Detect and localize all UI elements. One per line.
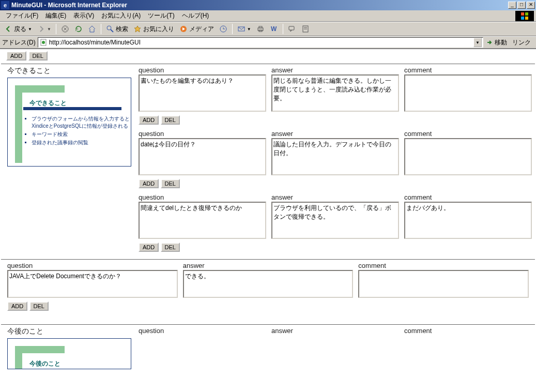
question-textarea[interactable] <box>139 138 266 175</box>
discuss-button[interactable] <box>286 24 298 34</box>
add-button[interactable]: ADD <box>139 243 159 252</box>
minimize-button[interactable]: _ <box>508 2 516 9</box>
answer-label: answer <box>271 130 399 138</box>
favorites-label: お気に入り <box>143 25 174 34</box>
answer-label: answer <box>271 193 399 201</box>
section-title: 今後のこと <box>7 327 132 336</box>
list-item: キーワード検索 <box>32 131 131 138</box>
qac-row: question answer comment <box>139 66 532 113</box>
answer-label: answer <box>183 262 354 269</box>
list-item: 登録された議事録の閲覧 <box>32 139 131 146</box>
links-button[interactable]: リンク <box>509 38 534 47</box>
url-text: http://localhost/minute/MinuteGUI <box>49 39 141 46</box>
menu-view[interactable]: 表示(V) <box>70 10 98 21</box>
del-button[interactable]: DEL <box>29 301 49 311</box>
svg-rect-13 <box>259 26 262 28</box>
media-button[interactable]: メディア <box>177 24 216 35</box>
back-label: 戻る <box>14 25 26 34</box>
edit-button[interactable]: W <box>268 24 280 34</box>
add-button[interactable]: ADD <box>6 51 26 61</box>
favorites-button[interactable]: お気に入り <box>131 24 176 35</box>
close-button[interactable]: ✕ <box>527 2 535 9</box>
maximize-button[interactable]: □ <box>517 2 526 9</box>
home-button[interactable] <box>86 24 98 34</box>
separator <box>101 24 101 34</box>
answer-textarea[interactable] <box>271 138 399 175</box>
comment-label: comment <box>404 130 532 138</box>
toolbar: 戻る ▼ ▼ 検索 お気に入り メディア ▼ W <box>0 22 536 36</box>
forward-button[interactable]: ▼ <box>35 24 53 34</box>
comment-label: comment <box>404 327 532 335</box>
addressbar: アドレス(D) http://localhost/minute/MinuteGU… <box>0 36 536 49</box>
search-button[interactable]: 検索 <box>104 24 130 35</box>
add-button[interactable]: ADD <box>7 301 27 311</box>
separator <box>56 24 56 34</box>
question-textarea[interactable] <box>139 202 266 239</box>
question-label: question <box>139 66 266 74</box>
page-icon <box>39 38 48 47</box>
comment-textarea[interactable] <box>358 270 529 298</box>
ie-icon: e <box>1 1 9 9</box>
add-button[interactable]: ADD <box>139 115 159 125</box>
mail-button[interactable]: ▼ <box>235 24 253 34</box>
svg-rect-3 <box>525 17 528 20</box>
media-label: メディア <box>189 25 214 34</box>
del-button[interactable]: DEL <box>161 115 180 125</box>
menubar: ファイル(F) 編集(E) 表示(V) お気に入り(A) ツール(T) ヘルプ(… <box>0 10 536 22</box>
comment-label: comment <box>404 66 532 74</box>
svg-rect-2 <box>521 17 524 20</box>
slide-thumbnail[interactable]: 今後のこと <box>7 338 131 369</box>
go-button[interactable]: 移動 <box>485 38 507 47</box>
menu-tools[interactable]: ツール(T) <box>144 10 178 21</box>
research-button[interactable] <box>299 24 312 34</box>
menu-edit[interactable]: 編集(E) <box>42 10 70 21</box>
question-label: question <box>139 327 266 335</box>
section-row: 今後のこと 今後のこと question answer comment <box>1 324 535 372</box>
comment-textarea[interactable] <box>404 74 532 112</box>
svg-point-7 <box>107 26 111 30</box>
question-label: question <box>139 193 266 201</box>
slide-title: 今できること <box>29 99 67 108</box>
menu-help[interactable]: ヘルプ(H) <box>178 10 213 21</box>
question-textarea[interactable] <box>139 74 266 112</box>
menu-file[interactable]: ファイル(F) <box>2 10 42 21</box>
comment-label: comment <box>404 193 532 201</box>
comment-textarea[interactable] <box>404 202 532 239</box>
add-button[interactable]: ADD <box>139 179 159 188</box>
svg-rect-0 <box>521 12 524 16</box>
menu-favorites[interactable]: お気に入り(A) <box>98 10 144 21</box>
svg-point-21 <box>42 41 45 44</box>
del-button[interactable]: DEL <box>161 243 180 252</box>
full-qac-row: question answer comment ADD DEL <box>1 259 535 321</box>
go-label: 移動 <box>495 38 507 47</box>
answer-label: answer <box>271 66 399 74</box>
list-item: ブラウザのフォームから情報を入力するとXindiceとPostgreSQLに情報… <box>32 115 131 130</box>
svg-rect-1 <box>525 12 528 16</box>
question-textarea[interactable] <box>7 270 178 298</box>
svg-text:W: W <box>271 25 277 33</box>
slide-thumbnail[interactable]: 今できること ブラウザのフォームから情報を入力するとXindiceとPostgr… <box>7 78 131 167</box>
question-label: question <box>7 262 178 269</box>
answer-textarea[interactable] <box>271 202 399 239</box>
history-button[interactable] <box>217 24 229 34</box>
question-label: question <box>139 130 266 138</box>
back-button[interactable]: 戻る ▼ <box>2 24 34 35</box>
refresh-button[interactable] <box>72 24 85 34</box>
search-label: 検索 <box>116 25 128 34</box>
answer-textarea[interactable] <box>271 74 399 112</box>
stop-button[interactable] <box>59 24 71 34</box>
answer-textarea[interactable] <box>183 270 354 298</box>
del-button[interactable]: DEL <box>28 51 48 61</box>
windows-logo-icon <box>515 11 534 21</box>
url-input[interactable]: http://localhost/minute/MinuteGUI ▼ <box>38 37 483 48</box>
section-row: 今できること 今できること ブラウザのフォームから情報を入力するとXindice… <box>1 64 535 259</box>
comment-textarea[interactable] <box>404 138 532 175</box>
answer-label: answer <box>271 327 399 335</box>
window-titlebar: e MinuteGUI - Microsoft Internet Explore… <box>0 0 536 10</box>
slide-title: 今後のこと <box>29 359 60 368</box>
print-button[interactable] <box>254 24 267 34</box>
page-content[interactable]: ADD DEL 今できること 今できること ブラウザのフォームから情報を入力する… <box>0 49 536 392</box>
url-dropdown-icon[interactable]: ▼ <box>473 38 482 47</box>
del-button[interactable]: DEL <box>161 179 180 188</box>
qac-row: question answer comment <box>139 327 532 335</box>
